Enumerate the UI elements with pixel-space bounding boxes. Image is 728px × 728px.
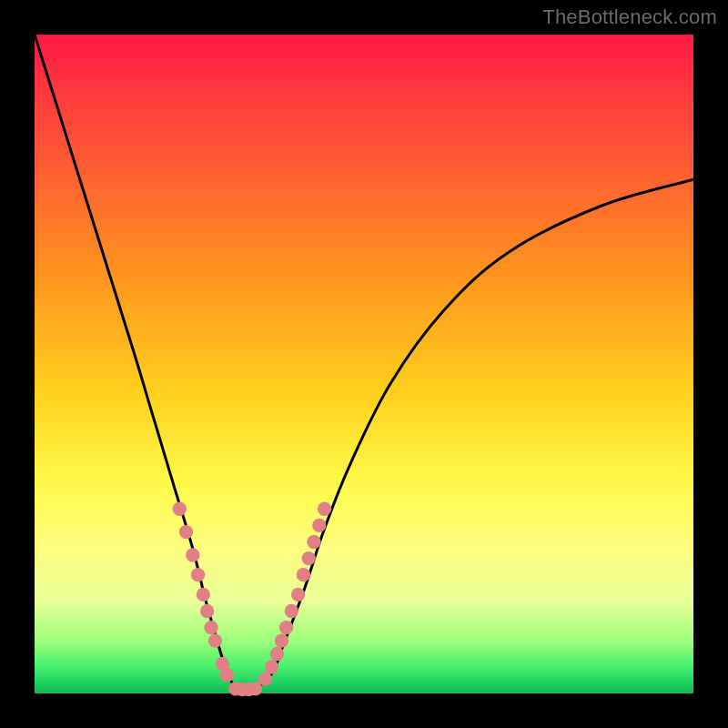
marker-right-dots	[275, 633, 288, 647]
marker-right-dots	[279, 621, 293, 634]
watermark-text: TheBottleneck.com	[542, 5, 717, 29]
chart-svg	[35, 35, 693, 693]
marker-right-dots	[301, 551, 315, 565]
marker-right-dots	[297, 568, 310, 581]
marker-bottom-dots	[248, 682, 262, 695]
marker-left-dots	[208, 633, 222, 647]
marker-layer	[173, 502, 332, 697]
chart-frame: TheBottleneck.com	[0, 0, 728, 728]
marker-right-dots	[312, 519, 326, 532]
marker-right-dots	[270, 647, 284, 661]
marker-right-dots	[265, 660, 278, 673]
marker-left-dots	[179, 525, 193, 539]
marker-right-dots	[318, 502, 331, 516]
marker-right-dots	[307, 535, 320, 549]
marker-right-dots	[285, 604, 298, 618]
curve-layer	[35, 35, 693, 690]
marker-right-dots	[258, 672, 272, 685]
marker-left-dots	[191, 568, 205, 581]
marker-right-dots	[291, 588, 305, 602]
marker-left-dots	[204, 621, 217, 634]
marker-left-dots	[200, 604, 214, 618]
plot-area	[35, 35, 693, 693]
marker-left-dots	[197, 588, 210, 602]
marker-left-dots	[186, 548, 199, 561]
marker-left-dots	[173, 502, 187, 516]
curve-curve	[35, 35, 693, 690]
marker-left-dots	[220, 668, 234, 682]
